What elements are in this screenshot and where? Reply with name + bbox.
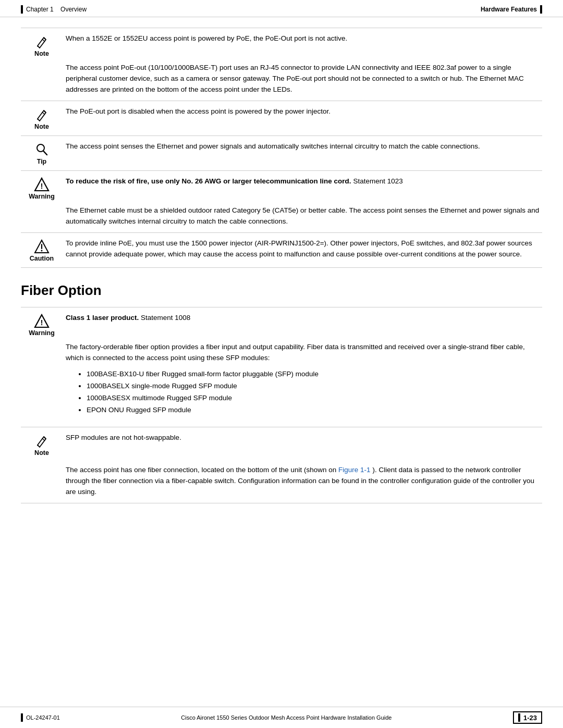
fiber-warning-after: Statement 1008 [139, 314, 190, 322]
footer-bar-left [21, 713, 23, 722]
fiber-note-icon [34, 434, 49, 448]
note-text-3: The PoE-out port is disabled when the ac… [63, 106, 542, 117]
svg-line-0 [42, 39, 44, 41]
svg-line-11 [42, 438, 44, 440]
warning-icon-1: ! [34, 177, 50, 192]
note-label-1: Note [34, 50, 49, 57]
note-icon-col-2 [21, 63, 63, 64]
warning-text-1: To reduce the risk of fire, use only No.… [63, 176, 542, 187]
warning-block-1: ! Warning To reduce the risk of fire, us… [21, 170, 542, 205]
note-block-1: Note When a 1552E or 1552EU access point… [21, 28, 542, 63]
fiber-option-heading: Fiber Option [21, 282, 542, 299]
tip-block: Tip The access point senses the Ethernet… [21, 135, 542, 170]
tip-label: Tip [37, 158, 47, 165]
fiber-closing-icon-col [21, 465, 63, 466]
fiber-intro-text: The factory-orderable fiber option provi… [63, 342, 542, 422]
fiber-note-block: Note SFP modules are not hot-swappable. [21, 427, 542, 462]
fiber-closing: The access point has one fiber connectio… [66, 466, 336, 474]
warning-after-1: Statement 1023 [351, 177, 403, 185]
tip-icon-col: Tip [21, 141, 63, 165]
fiber-note-text: SFP modules are not hot-swappable. [63, 433, 542, 443]
warning-bold-1: To reduce the risk of fire, use only No.… [66, 177, 351, 185]
fiber-intro: The factory-orderable fiber option provi… [66, 343, 525, 362]
note-text-1: When a 1552E or 1552EU access point is p… [63, 33, 542, 44]
note-label-3: Note [34, 123, 49, 130]
caution-icon [34, 239, 50, 254]
fiber-warning-text: Class 1 laser product. Statement 1008 [63, 313, 542, 324]
warning-para-icon-col [21, 205, 63, 206]
page-header: Chapter 1 Overview Hardware Features [0, 0, 563, 17]
svg-text:!: ! [41, 182, 43, 190]
fiber-warning-bold: Class 1 laser product. [66, 314, 139, 322]
footer-right: 1-23 [513, 711, 542, 724]
fiber-figure-link[interactable]: Figure 1-1 [338, 466, 371, 474]
caution-text: To provide inline PoE, you must use the … [63, 238, 542, 260]
fiber-intro-block: The factory-orderable fiber option provi… [21, 342, 542, 427]
caution-block: Caution To provide inline PoE, you must … [21, 232, 542, 268]
svg-point-8 [41, 250, 43, 251]
note-text-2: The access point PoE-out (10/100/1000BAS… [63, 63, 542, 95]
note-block-2: The access point PoE-out (10/100/1000BAS… [21, 63, 542, 101]
header-right-label: Hardware Features [481, 6, 537, 13]
fiber-closing-text: The access point has one fiber connectio… [63, 465, 542, 498]
svg-point-2 [37, 144, 44, 152]
fiber-warning-label: Warning [29, 329, 55, 337]
fiber-note-icon-col: Note [21, 433, 63, 456]
fiber-bullet-list: 100BASE-BX10-U fiber Rugged small-form f… [87, 368, 542, 416]
caution-label: Caution [30, 255, 54, 262]
page-footer: OL-24247-01 Cisco Aironet 1550 Series Ou… [0, 707, 563, 728]
fiber-bullet-2: 1000BASELX single-mode Rugged SFP module [87, 380, 542, 392]
fiber-bullet-1: 100BASE-BX10-U fiber Rugged small-form f… [87, 368, 542, 380]
footer-doc-id: OL-24247-01 [26, 714, 60, 721]
footer-center: Cisco Aironet 1550 Series Outdoor Mesh A… [181, 714, 391, 721]
fiber-bullet-3: 1000BASESX multimode Rugged SFP module [87, 392, 542, 404]
header-bar-left [21, 5, 23, 14]
note-icon-col-1: Note [21, 33, 63, 57]
fiber-bullet-4: EPON ONU Rugged SFP module [87, 404, 542, 416]
footer-left: OL-24247-01 [21, 713, 60, 722]
footer-page-num: 1-23 [523, 714, 537, 722]
fiber-note-label: Note [34, 449, 49, 456]
warning-icon-col-1: ! Warning [21, 176, 63, 200]
note-icon-col-3: Note [21, 106, 63, 130]
header-bar-right [540, 5, 542, 14]
header-right: Hardware Features [481, 5, 542, 14]
fiber-warning-icon: ! [34, 314, 50, 328]
tip-text: The access point senses the Ethernet and… [63, 141, 542, 152]
footer-bar-right [518, 713, 520, 722]
header-chapter: Chapter 1 Overview [26, 6, 87, 13]
caution-icon-col: Caution [21, 238, 63, 262]
svg-line-3 [44, 151, 47, 155]
header-left: Chapter 1 Overview [21, 5, 87, 14]
chapter-label: Overview [60, 6, 87, 13]
fiber-warning-icon-col: ! Warning [21, 313, 63, 337]
svg-text:!: ! [41, 318, 43, 327]
warning-label-1: Warning [29, 193, 55, 200]
fiber-warning-block: ! Warning Class 1 laser product. Stateme… [21, 307, 542, 342]
main-content: Note When a 1552E or 1552EU access point… [0, 17, 563, 707]
note-icon-1 [34, 34, 49, 49]
page-wrapper: Chapter 1 Overview Hardware Features No [0, 0, 563, 728]
warning-para-text: The Ethernet cable must be a shielded ou… [63, 205, 542, 227]
fiber-closing-block: The access point has one fiber connectio… [21, 462, 542, 503]
warning-para-block: The Ethernet cable must be a shielded ou… [21, 205, 542, 232]
fiber-intro-icon-col [21, 342, 63, 343]
chapter-num: Chapter 1 [26, 6, 54, 13]
note-icon-3 [34, 107, 49, 122]
tip-icon [35, 142, 48, 157]
svg-line-1 [42, 112, 44, 114]
note-block-3: Note The PoE-out port is disabled when t… [21, 101, 542, 135]
